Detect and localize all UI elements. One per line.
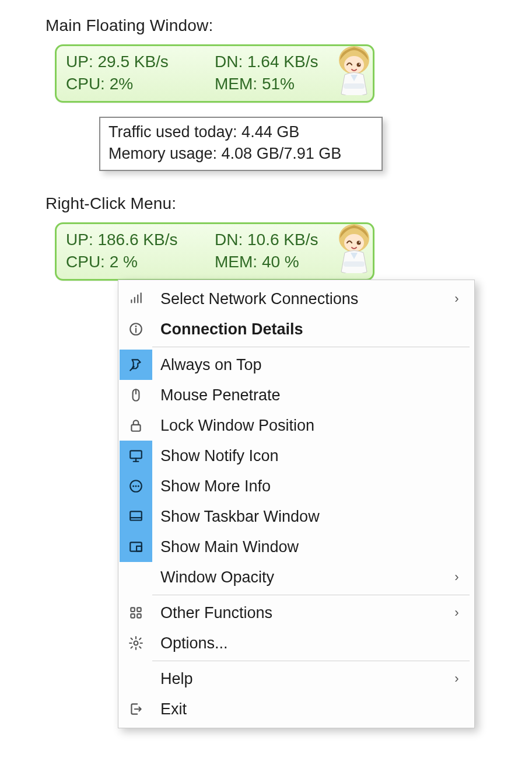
blank-icon [120, 562, 152, 592]
taskbar-icon [120, 501, 152, 532]
chevron-right-icon: › [449, 570, 465, 585]
menu-item-label: Show More Info [152, 477, 449, 495]
menu-separator [152, 595, 470, 595]
info-icon [120, 314, 152, 344]
menu-item-lock-window-position[interactable]: Lock Window Position [120, 410, 473, 441]
chevron-right-icon: › [449, 605, 465, 620]
menu-item-label: Show Main Window [152, 538, 449, 556]
menu-item-label: Show Taskbar Window [152, 508, 449, 526]
menu-item-label: Always on Top [152, 356, 449, 374]
svg-rect-21 [130, 451, 142, 459]
pin-icon [120, 350, 152, 380]
menu-item-label: Show Notify Icon [152, 447, 449, 465]
svg-rect-33 [137, 608, 141, 612]
svg-point-27 [138, 486, 139, 487]
gear-icon [120, 628, 152, 658]
widget2-mem: MEM: 40 % [215, 251, 363, 273]
widget2-cpu: CPU: 2 % [66, 251, 215, 273]
svg-point-16 [135, 326, 137, 327]
menu-item-show-taskbar-window[interactable]: Show Taskbar Window [120, 501, 473, 532]
menu-item-other-functions[interactable]: Other Functions› [120, 598, 473, 628]
menu-item-show-main-window[interactable]: Show Main Window [120, 532, 473, 562]
menu-item-help[interactable]: Help› [120, 664, 473, 694]
menu-item-always-on-top[interactable]: Always on Top [120, 350, 473, 380]
menu-item-connection-details[interactable]: Connection Details [120, 314, 473, 344]
widget1-up: UP: 29.5 KB/s [66, 51, 215, 73]
svg-rect-32 [131, 608, 135, 612]
grid-icon [120, 598, 152, 628]
svg-point-26 [135, 486, 136, 487]
menu-separator [152, 661, 470, 661]
lock-icon [120, 410, 152, 441]
menu-item-label: Connection Details [152, 320, 449, 338]
signal-icon [120, 284, 152, 314]
window-icon [120, 532, 152, 562]
exit-icon [120, 694, 152, 724]
info-tooltip: Traffic used today: 4.44 GB Memory usage… [99, 117, 383, 172]
blank-icon [120, 664, 152, 694]
svg-rect-20 [131, 425, 140, 431]
menu-item-label: Exit [152, 700, 449, 718]
more-info-icon [120, 471, 152, 501]
widget2-up: UP: 186.6 KB/s [66, 229, 215, 251]
menu-item-label: Mouse Penetrate [152, 386, 449, 404]
menu-item-exit[interactable]: Exit [120, 694, 473, 724]
menu-item-label: Window Opacity [152, 568, 449, 587]
chevron-right-icon: › [449, 291, 465, 306]
menu-item-window-opacity[interactable]: Window Opacity› [120, 562, 473, 592]
menu-item-mouse-penetrate[interactable]: Mouse Penetrate [120, 380, 473, 410]
menu-item-select-network-connections[interactable]: Select Network Connections› [120, 284, 473, 314]
svg-rect-35 [137, 614, 141, 618]
svg-rect-31 [136, 546, 142, 551]
context-menu[interactable]: Select Network Connections›Connection De… [118, 280, 475, 728]
svg-point-36 [134, 641, 138, 645]
floating-widget-1[interactable]: UP: 29.5 KB/s DN: 1.64 KB/s CPU: 2% MEM:… [55, 44, 374, 103]
svg-rect-28 [130, 512, 142, 521]
section-title-main: Main Floating Window: [46, 16, 487, 35]
menu-item-label: Other Functions [152, 604, 449, 622]
menu-item-options[interactable]: Options... [120, 628, 473, 658]
widget1-dn: DN: 1.64 KB/s [215, 51, 363, 73]
menu-item-label: Lock Window Position [152, 417, 449, 435]
tooltip-line-memory: Memory usage: 4.08 GB/7.91 GB [108, 143, 373, 165]
menu-item-show-more-info[interactable]: Show More Info [120, 471, 473, 501]
chevron-right-icon: › [449, 671, 465, 686]
widget2-dn: DN: 10.6 KB/s [215, 229, 363, 251]
menu-item-label: Help [152, 670, 449, 688]
menu-item-label: Select Network Connections [152, 290, 449, 308]
mouse-icon [120, 380, 152, 410]
floating-widget-2[interactable]: UP: 186.6 KB/s DN: 10.6 KB/s CPU: 2 % ME… [55, 222, 374, 281]
tooltip-line-traffic: Traffic used today: 4.44 GB [108, 121, 373, 144]
menu-item-show-notify-icon[interactable]: Show Notify Icon [120, 441, 473, 471]
widget1-cpu: CPU: 2% [66, 73, 215, 95]
svg-rect-34 [131, 614, 135, 618]
section-title-menu: Right-Click Menu: [46, 194, 487, 213]
svg-point-25 [132, 486, 134, 487]
monitor-stand-icon [120, 441, 152, 471]
widget1-mem: MEM: 51% [215, 73, 363, 95]
menu-item-label: Options... [152, 634, 449, 652]
menu-separator [152, 347, 470, 347]
